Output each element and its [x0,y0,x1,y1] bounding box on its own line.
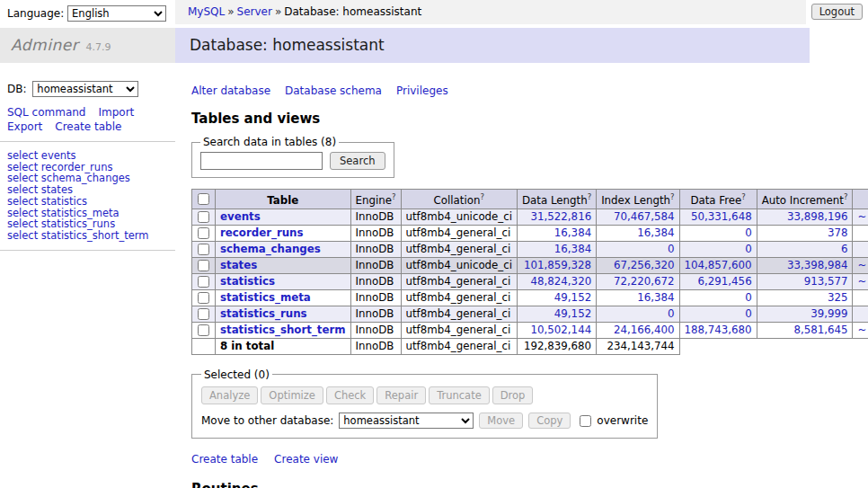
cell-data-length: 49,152 [518,289,597,306]
row-select-checkbox[interactable] [198,244,209,255]
overwrite-checkbox[interactable] [580,415,591,427]
table-name-link[interactable]: statistics_meta [220,291,311,304]
sidebar-table-link[interactable]: select statistics [7,196,168,208]
cell-engine: InnoDB [350,273,401,289]
move-db-select[interactable]: homeassistant [339,413,474,429]
help-link[interactable]: ? [844,192,848,201]
row-select-cell [192,306,216,322]
cell-data-free: 0 [679,306,757,322]
search-button[interactable]: Search [330,152,385,170]
selected-action-button[interactable]: Optimize [261,386,323,404]
db-action-link[interactable]: Alter database [191,84,270,97]
total-collation: utf8mb4_general_ci [401,338,518,354]
breadcrumb-separator: » [227,5,234,18]
column-header: Data Length? [518,190,597,209]
table-name-link[interactable]: statistics_runs [220,307,307,320]
row-select-checkbox[interactable] [198,211,209,223]
total-data-length: 192,839,680 [518,338,597,354]
cell-rows[interactable]: ~ 244 [853,289,868,306]
logout-button[interactable]: Logout [811,4,863,20]
db-select[interactable]: homeassistant [32,81,138,97]
cell-data-free: 0 [679,241,757,257]
search-input[interactable] [200,152,323,170]
total-index-length: 234,143,744 [597,338,679,354]
cell-table-name: statistics_short_term [216,322,351,338]
column-header: Data Free? [679,190,757,209]
row-select-cell [192,225,216,241]
cell-rows[interactable]: ~ 569,159 [853,273,868,289]
cell-rows[interactable]: ~ 628 [853,306,868,322]
cell-rows[interactable]: ~ 312,180 [853,209,868,225]
breadcrumb-server-link[interactable]: Server [237,5,272,18]
language-select[interactable]: English [67,5,166,22]
selected-action-button[interactable]: Check [326,386,374,404]
search-legend: Search data in tables (8) [200,136,339,148]
help-link[interactable]: ? [392,192,396,201]
row-select-checkbox[interactable] [198,292,209,304]
table-row: schema_changes InnoDB utf8mb4_general_ci… [192,241,868,257]
sidebar-table-link[interactable]: select states [7,184,168,196]
sidebar-link[interactable]: Create table [55,120,121,133]
row-select-cell [192,257,216,273]
cell-rows[interactable]: ~ 299,833 [853,257,868,273]
breadcrumb: MySQL»Server»Database: homeassistant [175,0,806,24]
breadcrumb-mysql-link[interactable]: MySQL [188,5,225,18]
cell-rows[interactable]: ~ 136,108 [853,322,868,338]
cell-collation: utf8mb4_unicode_ci [401,209,518,225]
cell-index-length: 67,256,320 [597,257,679,273]
cell-data-length: 10,502,144 [518,322,597,338]
row-select-checkbox[interactable] [198,276,209,288]
sidebar-link[interactable]: SQL command [7,106,85,119]
selected-action-button[interactable]: Analyze [201,386,258,404]
cell-auto-increment: 378 [757,225,853,241]
db-action-link[interactable]: Privileges [396,84,448,97]
selected-action-button[interactable]: Drop [492,386,534,404]
row-select-checkbox[interactable] [198,227,209,239]
help-link[interactable]: ? [480,192,484,201]
help-link[interactable]: ? [588,192,592,201]
table-name-link[interactable]: recorder_runs [220,226,304,239]
row-select-checkbox[interactable] [198,308,209,320]
cell-rows[interactable]: ~ 3 [853,241,868,257]
table-name-link[interactable]: states [220,259,257,271]
sidebar-link[interactable]: Export [7,120,42,133]
cell-collation: utf8mb4_general_ci [401,289,518,306]
selected-action-button[interactable]: Truncate [429,386,490,404]
cell-rows[interactable]: ~ 5 [853,225,868,241]
table-name-link[interactable]: statistics_short_term [220,324,346,336]
create-link[interactable]: Create table [191,453,258,466]
routines-section-title: Routines [191,481,850,488]
cell-engine: InnoDB [350,306,401,322]
row-select-checkbox[interactable] [198,260,209,271]
help-link[interactable]: ? [741,192,746,201]
sidebar-link[interactable]: Import [98,106,134,119]
cell-collation: utf8mb4_general_ci [401,273,518,289]
db-action-link[interactable]: Database schema [285,84,382,97]
cell-data-free: 0 [679,289,757,306]
selected-action-button[interactable]: Repair [376,386,426,404]
select-all-checkbox[interactable] [198,193,209,205]
table-footer: 8 in total InnoDB utf8mb4_general_ci 192… [192,338,868,354]
app-name: Adminer [11,36,78,54]
help-link[interactable]: ? [670,192,675,201]
create-link[interactable]: Create view [274,453,338,466]
cell-data-free: 0 [679,225,757,241]
row-select-checkbox[interactable] [198,324,209,336]
topbar: MySQL»Server»Database: homeassistant Log… [175,0,868,24]
cell-auto-increment: 8,581,645 [757,322,853,338]
cell-table-name: statistics_runs [216,306,351,322]
sidebar-table-link[interactable]: select events [7,150,168,162]
copy-button[interactable]: Copy [528,413,571,429]
table-name-link[interactable]: events [220,210,261,223]
sidebar: Language: English Adminer 4.7.9 DB: home… [0,0,175,488]
sidebar-table-link[interactable]: select statistics_short_term [7,230,168,242]
content-inner: Alter databaseDatabase schemaPrivileges … [175,84,868,488]
language-row: Language: English [0,0,175,22]
move-button[interactable]: Move [479,413,523,429]
table-name-link[interactable]: schema_changes [220,243,321,255]
cell-table-name: statistics_meta [216,289,351,306]
cell-data-length: 16,384 [518,225,597,241]
table-name-link[interactable]: statistics [220,275,275,288]
cell-data-length: 49,152 [518,306,597,322]
cell-auto-increment: 325 [757,289,853,306]
